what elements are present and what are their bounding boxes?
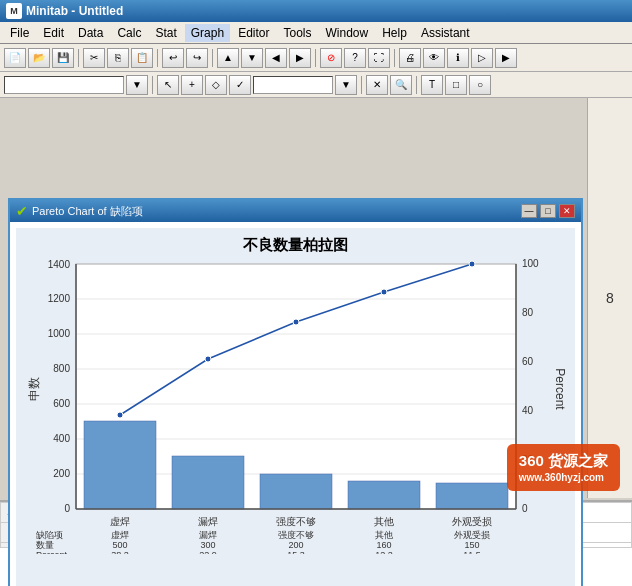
sep3 xyxy=(212,49,213,67)
svg-text:强度不够: 强度不够 xyxy=(278,530,314,540)
stat-btn[interactable]: ▶ xyxy=(495,48,517,68)
check-btn[interactable]: ✓ xyxy=(229,75,251,95)
copy-btn[interactable]: ⎘ xyxy=(107,48,129,68)
chart-window-title: Pareto Chart of 缺陷项 xyxy=(32,204,143,219)
graph-btn[interactable]: ▷ xyxy=(471,48,493,68)
svg-text:数量: 数量 xyxy=(36,540,54,550)
print-btn[interactable]: 🖨 xyxy=(399,48,421,68)
maximize-btn[interactable]: □ xyxy=(540,204,556,218)
watermark-line2: www.360hyzj.com xyxy=(519,471,608,485)
svg-rect-28 xyxy=(348,481,420,509)
svg-text:1400: 1400 xyxy=(47,259,70,270)
svg-text:外观受损: 外观受损 xyxy=(454,530,490,540)
right-sidebar: 8 xyxy=(587,98,632,498)
svg-text:1000: 1000 xyxy=(47,328,70,339)
dropdown-btn[interactable]: ▼ xyxy=(126,75,148,95)
svg-text:200: 200 xyxy=(288,540,303,550)
worksheet-input[interactable] xyxy=(4,76,124,94)
svg-text:300: 300 xyxy=(200,540,215,550)
menu-editor[interactable]: Editor xyxy=(232,24,275,42)
close-cell-btn[interactable]: ✕ xyxy=(366,75,388,95)
menu-stat[interactable]: Stat xyxy=(149,24,182,42)
dropdown2-btn[interactable]: ▼ xyxy=(335,75,357,95)
svg-text:12.2: 12.2 xyxy=(375,550,393,554)
svg-text:0: 0 xyxy=(522,503,528,514)
menu-bar: File Edit Data Calc Stat Graph Editor To… xyxy=(0,22,632,44)
chart-title: 不良数量柏拉图 xyxy=(243,236,348,255)
rect-btn[interactable]: □ xyxy=(445,75,467,95)
watermark: 360 货源之家 www.360hyzj.com xyxy=(507,444,620,491)
pareto-chart-svg: 0 200 400 600 800 1000 1200 1400 申数 0 20… xyxy=(26,259,566,554)
up-btn[interactable]: ▲ xyxy=(217,48,239,68)
chart-window: ✔ Pareto Chart of 缺陷项 — □ ✕ 不良数量柏拉图 xyxy=(8,198,583,586)
sep2 xyxy=(157,49,158,67)
svg-text:60: 60 xyxy=(522,356,534,367)
svg-text:Percent: Percent xyxy=(553,368,566,410)
main-area: ✔ Pareto Chart of 缺陷项 — □ ✕ 不良数量柏拉图 xyxy=(0,98,632,586)
formula-input[interactable] xyxy=(253,76,333,94)
right-btn[interactable]: ▶ xyxy=(289,48,311,68)
select-btn[interactable]: ◇ xyxy=(205,75,227,95)
svg-text:外观受损: 外观受损 xyxy=(452,516,492,527)
sep1 xyxy=(78,49,79,67)
menu-data[interactable]: Data xyxy=(72,24,109,42)
paste-btn[interactable]: 📋 xyxy=(131,48,153,68)
menu-graph[interactable]: Graph xyxy=(185,24,230,42)
svg-text:漏焊: 漏焊 xyxy=(199,530,217,540)
left-btn[interactable]: ◀ xyxy=(265,48,287,68)
new-btn[interactable]: 📄 xyxy=(4,48,26,68)
text-btn[interactable]: T xyxy=(421,75,443,95)
svg-text:1200: 1200 xyxy=(47,293,70,304)
svg-text:80: 80 xyxy=(522,307,534,318)
menu-calc[interactable]: Calc xyxy=(111,24,147,42)
svg-text:600: 600 xyxy=(53,398,70,409)
menu-help[interactable]: Help xyxy=(376,24,413,42)
circle-btn[interactable]: ○ xyxy=(469,75,491,95)
preview-btn[interactable]: 👁 xyxy=(423,48,445,68)
check-icon: ✔ xyxy=(16,203,28,219)
info-btn[interactable]: ℹ xyxy=(447,48,469,68)
svg-text:漏焊: 漏焊 xyxy=(198,516,218,527)
watermark-line1: 360 货源之家 xyxy=(519,450,608,471)
svg-text:500: 500 xyxy=(112,540,127,550)
minimize-btn[interactable]: — xyxy=(521,204,537,218)
search-btn[interactable]: 🔍 xyxy=(390,75,412,95)
svg-rect-25 xyxy=(84,421,156,509)
svg-text:400: 400 xyxy=(53,433,70,444)
help-btn[interactable]: ? xyxy=(344,48,366,68)
menu-edit[interactable]: Edit xyxy=(37,24,70,42)
svg-text:40: 40 xyxy=(522,405,534,416)
svg-text:11.5: 11.5 xyxy=(463,550,481,554)
close-btn[interactable]: ✕ xyxy=(559,204,575,218)
menu-assistant[interactable]: Assistant xyxy=(415,24,476,42)
cursor-btn[interactable]: ↖ xyxy=(157,75,179,95)
svg-text:其他: 其他 xyxy=(375,530,393,540)
menu-file[interactable]: File xyxy=(4,24,35,42)
chart-controls: — □ ✕ xyxy=(521,204,575,218)
svg-text:0: 0 xyxy=(64,503,70,514)
sep7 xyxy=(361,76,362,94)
svg-text:160: 160 xyxy=(376,540,391,550)
svg-text:200: 200 xyxy=(53,468,70,479)
svg-point-30 xyxy=(117,412,123,418)
cut-btn[interactable]: ✂ xyxy=(83,48,105,68)
open-btn[interactable]: 📂 xyxy=(28,48,50,68)
zoom-btn[interactable]: ⛶ xyxy=(368,48,390,68)
svg-text:缺陷项: 缺陷项 xyxy=(36,530,63,540)
app-icon: M xyxy=(6,3,22,19)
svg-point-34 xyxy=(469,261,475,267)
svg-rect-29 xyxy=(436,483,508,509)
svg-text:800: 800 xyxy=(53,363,70,374)
undo-btn[interactable]: ↩ xyxy=(162,48,184,68)
svg-rect-26 xyxy=(172,456,244,509)
add-btn[interactable]: + xyxy=(181,75,203,95)
redo-btn[interactable]: ↪ xyxy=(186,48,208,68)
sep8 xyxy=(416,76,417,94)
menu-window[interactable]: Window xyxy=(320,24,375,42)
sep6 xyxy=(152,76,153,94)
toolbar-2: ▼ ↖ + ◇ ✓ ▼ ✕ 🔍 T □ ○ xyxy=(0,72,632,98)
save-btn[interactable]: 💾 xyxy=(52,48,74,68)
menu-tools[interactable]: Tools xyxy=(277,24,317,42)
stop-btn[interactable]: ⊘ xyxy=(320,48,342,68)
down-btn[interactable]: ▼ xyxy=(241,48,263,68)
